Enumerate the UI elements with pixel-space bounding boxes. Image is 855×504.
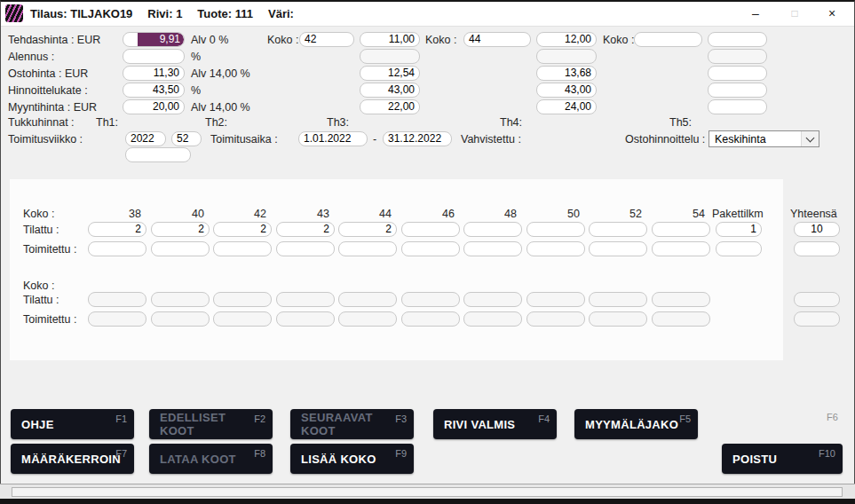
alennus-label: Alennus : xyxy=(8,51,54,63)
maximize-button[interactable]: □ xyxy=(781,2,808,25)
tilattu-field[interactable]: 2 xyxy=(276,222,335,237)
grid1-toimitettu-label: Toimitettu : xyxy=(23,243,76,256)
date-from-field[interactable]: 1.01.2022 xyxy=(298,131,368,146)
toimitettu-field[interactable] xyxy=(276,241,335,256)
toimitettu-field[interactable] xyxy=(401,241,460,256)
yhteensa2-tilattu-field[interactable] xyxy=(794,292,840,307)
lataa-koot-button[interactable]: LATAA KOOT F8 xyxy=(149,444,273,474)
koko2-margin-field[interactable]: 43,00 xyxy=(536,83,597,98)
toimitettu2-field[interactable] xyxy=(652,311,710,327)
f5-key-label: F5 xyxy=(679,413,691,426)
tehdashinta-label: Tehdashinta : EUR xyxy=(8,34,100,46)
toimitettu-field[interactable] xyxy=(338,241,397,256)
grid2-tilattu-label: Tilattu : xyxy=(23,294,59,306)
toimitettu2-field[interactable] xyxy=(526,311,585,327)
toimitettu2-field[interactable] xyxy=(589,311,647,327)
ostohinta-field[interactable]: 11,30 xyxy=(123,66,185,81)
koko1-price-field[interactable]: 11,00 xyxy=(360,32,420,47)
edelliset-koot-button[interactable]: EDELLISET KOOT F2 xyxy=(149,409,273,439)
tilattu-field[interactable] xyxy=(463,222,522,237)
tilattu2-field[interactable] xyxy=(401,292,460,307)
toimitettu-field[interactable] xyxy=(213,241,272,256)
yhteensa-toimitettu-field[interactable] xyxy=(794,241,840,256)
size-grid-panel xyxy=(10,179,783,360)
koko3-discount-field[interactable] xyxy=(708,49,767,64)
myyntihinta-field[interactable]: 20,00 xyxy=(123,99,185,114)
tilattu-field[interactable]: 2 xyxy=(151,222,210,237)
delivery-week-field[interactable]: 52 xyxy=(171,131,202,146)
tehdashinta-field[interactable]: 9,91 xyxy=(123,32,185,47)
toimitettu2-field[interactable] xyxy=(338,311,397,327)
poistu-button[interactable]: POISTU F10 xyxy=(722,444,843,474)
minimize-button[interactable]: – xyxy=(742,2,769,25)
yhteensa-tilattu-field[interactable]: 10 xyxy=(794,222,840,237)
tilattu-field[interactable] xyxy=(652,222,710,237)
myymalajako-button[interactable]: MYYMÄLÄJAKO F5 xyxy=(574,409,698,439)
tilattu-field[interactable] xyxy=(589,222,647,237)
yhteensa2-toimitettu-field[interactable] xyxy=(794,311,840,327)
tilattu2-field[interactable] xyxy=(589,292,647,307)
tilattu-field[interactable]: 2 xyxy=(338,222,397,237)
seuraavat-koot-button[interactable]: SEURAAVAT KOOT F3 xyxy=(290,409,414,439)
hinnoittelukate-field[interactable]: 43,50 xyxy=(123,83,185,98)
maarakerroin-button[interactable]: MÄÄRÄKERROIN F7 xyxy=(11,444,134,474)
toimitettu-field[interactable] xyxy=(589,241,647,256)
koko3-size-field[interactable] xyxy=(634,32,702,47)
tilattu-field[interactable] xyxy=(401,222,460,237)
koko1-size-field[interactable]: 42 xyxy=(299,32,354,47)
toimitettu-field[interactable] xyxy=(88,241,146,256)
toimitettu-field[interactable] xyxy=(151,241,210,256)
koko2-purchase-field[interactable]: 13,68 xyxy=(536,66,597,81)
tukkuhinnat-label: Tukkuhinnat : xyxy=(8,116,75,129)
koko1-purchase-field[interactable]: 12,54 xyxy=(360,66,420,81)
tilattu-field[interactable] xyxy=(526,222,585,237)
toimitettu2-field[interactable] xyxy=(88,311,146,327)
koko2-sales-field[interactable]: 24,00 xyxy=(536,99,597,114)
tilattu2-field[interactable] xyxy=(526,292,585,307)
tehdashinta-vat-label: Alv 0 % xyxy=(191,34,228,46)
combo-arrow-button[interactable] xyxy=(801,131,819,146)
toimitettu2-field[interactable] xyxy=(276,311,335,327)
toimitettu2-field[interactable] xyxy=(151,311,210,327)
tilattu-field[interactable]: 2 xyxy=(88,222,146,237)
koko3-sales-field[interactable] xyxy=(708,99,767,114)
tilattu2-field[interactable] xyxy=(213,292,272,307)
tilattu2-field[interactable] xyxy=(652,292,710,307)
date-to-field[interactable]: 31.12.2022 xyxy=(383,131,452,146)
pakettilkm-tilattu-field[interactable]: 1 xyxy=(716,222,762,237)
edelliset-koot-button-label: EDELLISET KOOT xyxy=(160,411,249,437)
alennus-field[interactable] xyxy=(123,49,185,64)
toimitettu-field[interactable] xyxy=(652,241,710,256)
tilattu2-field[interactable] xyxy=(276,292,335,307)
tilattu2-field[interactable] xyxy=(88,292,146,307)
seuraavat-koot-button-label: SEURAAVAT KOOT xyxy=(301,411,391,437)
koko1-discount-field[interactable] xyxy=(360,49,420,64)
extra-week-field[interactable] xyxy=(125,147,191,162)
toimitettu2-field[interactable] xyxy=(213,311,272,327)
ohje-button[interactable]: OHJE F1 xyxy=(11,409,134,439)
toimitettu2-field[interactable] xyxy=(401,311,460,327)
toimitettu-field[interactable] xyxy=(526,241,585,256)
toimitettu2-field[interactable] xyxy=(463,311,522,327)
tilattu2-field[interactable] xyxy=(338,292,397,307)
koko2-size-field[interactable]: 44 xyxy=(463,32,531,47)
koko1-sales-field[interactable]: 22,00 xyxy=(360,99,420,114)
koko3-price-field[interactable] xyxy=(708,32,767,47)
koko2-price-field[interactable]: 12,00 xyxy=(536,32,597,47)
koko2-discount-field[interactable] xyxy=(536,49,597,64)
toimitettu-field[interactable] xyxy=(463,241,522,256)
koko1-margin-field[interactable]: 43,00 xyxy=(360,83,420,98)
koko3-purchase-field[interactable] xyxy=(708,66,767,81)
koko3-margin-field[interactable] xyxy=(708,83,767,98)
close-button[interactable]: × xyxy=(819,2,845,25)
delivery-year-field[interactable]: 2022 xyxy=(125,131,166,146)
tilattu2-field[interactable] xyxy=(151,292,210,307)
tilattu-field[interactable]: 2 xyxy=(213,222,272,237)
tilattu2-field[interactable] xyxy=(463,292,522,307)
title-bar: Tilaus: TILJAKO19 Rivi: 1 Tuote: 111 Vär… xyxy=(1,2,854,27)
ostohinnoittelu-select[interactable]: Keskihinta xyxy=(709,130,819,147)
lisaa-koko-button[interactable]: LISÄÄ KOKO F9 xyxy=(290,444,414,474)
pakettilkm-toimitettu-field[interactable] xyxy=(716,241,762,256)
rivi-valmis-button[interactable]: RIVI VALMIS F4 xyxy=(433,409,557,439)
lataa-koot-button-label: LATAA KOOT xyxy=(160,453,236,466)
